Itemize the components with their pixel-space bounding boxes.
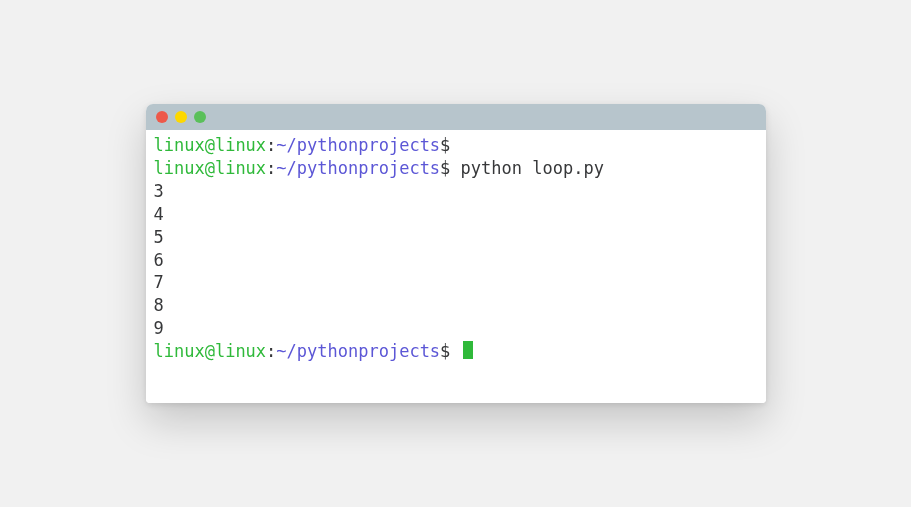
- prompt-path: ~/pythonprojects: [276, 341, 440, 361]
- prompt-user: linux@linux: [154, 341, 267, 361]
- maximize-icon[interactable]: [194, 111, 206, 123]
- terminal-output-line: 6: [154, 249, 758, 272]
- prompt-path: ~/pythonprojects: [276, 158, 440, 178]
- terminal-prompt-line: linux@linux:~/pythonprojects$: [154, 340, 758, 363]
- terminal-window: linux@linux:~/pythonprojects$ linux@linu…: [146, 104, 766, 403]
- prompt-command: python loop.py: [450, 158, 604, 178]
- output-text: 6: [154, 250, 164, 270]
- minimize-icon[interactable]: [175, 111, 187, 123]
- prompt-user: linux@linux: [154, 135, 267, 155]
- close-icon[interactable]: [156, 111, 168, 123]
- prompt-separator: :: [266, 341, 276, 361]
- terminal-output-line: 4: [154, 203, 758, 226]
- terminal-output-line: 3: [154, 180, 758, 203]
- output-text: 4: [154, 204, 164, 224]
- prompt-command: [450, 135, 460, 155]
- output-text: 7: [154, 272, 164, 292]
- window-titlebar: [146, 104, 766, 130]
- prompt-dollar: $: [440, 341, 450, 361]
- terminal-prompt-line: linux@linux:~/pythonprojects$: [154, 134, 758, 157]
- output-text: 5: [154, 227, 164, 247]
- terminal-body[interactable]: linux@linux:~/pythonprojects$ linux@linu…: [146, 130, 766, 403]
- prompt-command: [450, 341, 460, 361]
- prompt-separator: :: [266, 135, 276, 155]
- prompt-dollar: $: [440, 135, 450, 155]
- terminal-output-line: 7: [154, 271, 758, 294]
- prompt-dollar: $: [440, 158, 450, 178]
- output-text: 9: [154, 318, 164, 338]
- terminal-output-line: 5: [154, 226, 758, 249]
- prompt-user: linux@linux: [154, 158, 267, 178]
- terminal-output-line: 8: [154, 294, 758, 317]
- prompt-path: ~/pythonprojects: [276, 135, 440, 155]
- prompt-separator: :: [266, 158, 276, 178]
- cursor-block: [463, 341, 473, 359]
- output-text: 3: [154, 181, 164, 201]
- terminal-prompt-line: linux@linux:~/pythonprojects$ python loo…: [154, 157, 758, 180]
- terminal-output-line: 9: [154, 317, 758, 340]
- output-text: 8: [154, 295, 164, 315]
